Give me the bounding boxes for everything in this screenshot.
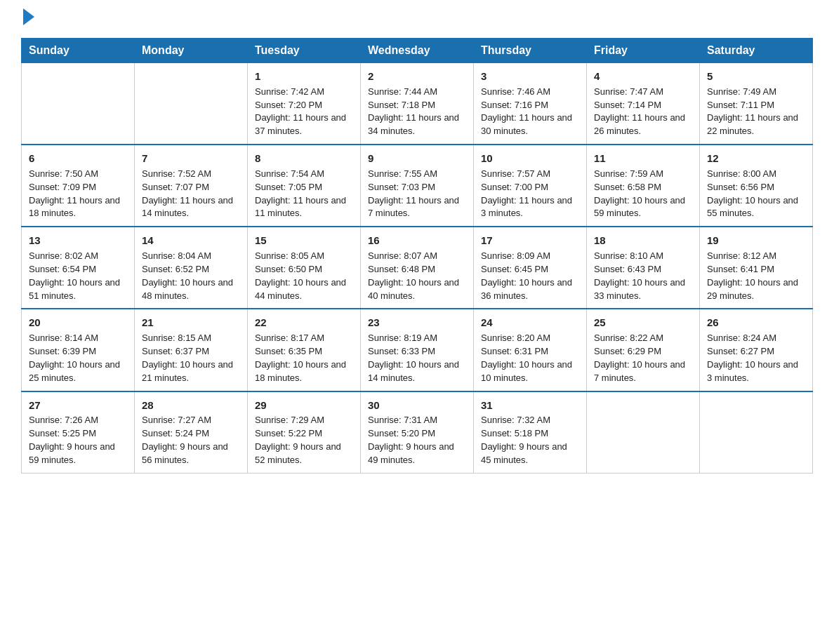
daylight-text: Daylight: 9 hours and 59 minutes. xyxy=(29,441,127,467)
calendar-cell: 20Sunrise: 8:14 AMSunset: 6:39 PMDayligh… xyxy=(22,309,135,391)
sunset-text: Sunset: 5:25 PM xyxy=(29,427,127,441)
day-number: 15 xyxy=(255,233,353,248)
daylight-text: Daylight: 10 hours and 36 minutes. xyxy=(481,276,579,303)
daylight-text: Daylight: 10 hours and 10 minutes. xyxy=(481,358,579,385)
daylight-text: Daylight: 11 hours and 30 minutes. xyxy=(481,112,579,138)
sunrise-text: Sunrise: 8:04 AM xyxy=(142,250,240,263)
calendar-header-sunday: Sunday xyxy=(22,39,135,63)
day-number: 21 xyxy=(142,315,240,330)
page-header xyxy=(21,14,813,25)
sunset-text: Sunset: 6:27 PM xyxy=(707,345,805,358)
sunset-text: Sunset: 5:22 PM xyxy=(255,427,353,441)
sunrise-text: Sunrise: 7:57 AM xyxy=(481,168,579,181)
sunset-text: Sunset: 6:43 PM xyxy=(594,263,692,276)
daylight-text: Daylight: 9 hours and 49 minutes. xyxy=(368,441,466,467)
sunrise-text: Sunrise: 8:09 AM xyxy=(481,250,579,263)
calendar-cell: 23Sunrise: 8:19 AMSunset: 6:33 PMDayligh… xyxy=(361,309,474,391)
calendar-cell: 10Sunrise: 7:57 AMSunset: 7:00 PMDayligh… xyxy=(474,145,587,227)
sunrise-text: Sunrise: 8:22 AM xyxy=(594,332,692,345)
sunset-text: Sunset: 6:37 PM xyxy=(142,345,240,358)
calendar-header-monday: Monday xyxy=(135,39,248,63)
calendar-week-2: 6Sunrise: 7:50 AMSunset: 7:09 PMDaylight… xyxy=(22,145,813,227)
calendar-week-3: 13Sunrise: 8:02 AMSunset: 6:54 PMDayligh… xyxy=(22,227,813,309)
sunset-text: Sunset: 7:05 PM xyxy=(255,181,353,194)
day-number: 11 xyxy=(594,151,692,166)
daylight-text: Daylight: 11 hours and 18 minutes. xyxy=(29,194,127,221)
sunrise-text: Sunrise: 7:52 AM xyxy=(142,168,240,181)
calendar-cell: 19Sunrise: 8:12 AMSunset: 6:41 PMDayligh… xyxy=(700,227,813,309)
calendar-cell xyxy=(22,63,135,145)
sunset-text: Sunset: 6:33 PM xyxy=(368,345,466,358)
daylight-text: Daylight: 10 hours and 55 minutes. xyxy=(707,194,805,221)
day-number: 29 xyxy=(255,398,353,413)
calendar-header-tuesday: Tuesday xyxy=(248,39,361,63)
sunrise-text: Sunrise: 7:46 AM xyxy=(481,86,579,99)
calendar-cell: 31Sunrise: 7:32 AMSunset: 5:18 PMDayligh… xyxy=(474,391,587,474)
sunrise-text: Sunrise: 8:14 AM xyxy=(29,332,127,345)
day-number: 7 xyxy=(142,151,240,166)
calendar-header-friday: Friday xyxy=(587,39,700,63)
daylight-text: Daylight: 11 hours and 14 minutes. xyxy=(142,194,240,221)
calendar-cell: 8Sunrise: 7:54 AMSunset: 7:05 PMDaylight… xyxy=(248,145,361,227)
sunrise-text: Sunrise: 7:47 AM xyxy=(594,86,692,99)
sunrise-text: Sunrise: 7:26 AM xyxy=(29,414,127,427)
daylight-text: Daylight: 11 hours and 3 minutes. xyxy=(481,194,579,221)
calendar-week-5: 27Sunrise: 7:26 AMSunset: 5:25 PMDayligh… xyxy=(22,391,813,474)
sunrise-text: Sunrise: 8:00 AM xyxy=(707,168,805,181)
sunrise-text: Sunrise: 7:42 AM xyxy=(255,86,353,99)
sunrise-text: Sunrise: 7:32 AM xyxy=(481,414,579,427)
sunset-text: Sunset: 6:58 PM xyxy=(594,181,692,194)
day-number: 22 xyxy=(255,315,353,330)
daylight-text: Daylight: 10 hours and 21 minutes. xyxy=(142,358,240,385)
day-number: 18 xyxy=(594,233,692,248)
calendar-cell: 29Sunrise: 7:29 AMSunset: 5:22 PMDayligh… xyxy=(248,391,361,474)
calendar-cell: 16Sunrise: 8:07 AMSunset: 6:48 PMDayligh… xyxy=(361,227,474,309)
calendar-cell: 6Sunrise: 7:50 AMSunset: 7:09 PMDaylight… xyxy=(22,145,135,227)
calendar-cell: 17Sunrise: 8:09 AMSunset: 6:45 PMDayligh… xyxy=(474,227,587,309)
calendar-cell: 21Sunrise: 8:15 AMSunset: 6:37 PMDayligh… xyxy=(135,309,248,391)
day-number: 3 xyxy=(481,69,579,84)
daylight-text: Daylight: 11 hours and 22 minutes. xyxy=(707,112,805,138)
daylight-text: Daylight: 11 hours and 26 minutes. xyxy=(594,112,692,138)
calendar-cell: 12Sunrise: 8:00 AMSunset: 6:56 PMDayligh… xyxy=(700,145,813,227)
day-number: 31 xyxy=(481,398,579,413)
calendar-header-wednesday: Wednesday xyxy=(361,39,474,63)
daylight-text: Daylight: 10 hours and 14 minutes. xyxy=(368,358,466,385)
daylight-text: Daylight: 10 hours and 40 minutes. xyxy=(368,276,466,303)
sunrise-text: Sunrise: 8:19 AM xyxy=(368,332,466,345)
day-number: 4 xyxy=(594,69,692,84)
sunset-text: Sunset: 6:54 PM xyxy=(29,263,127,276)
sunset-text: Sunset: 6:41 PM xyxy=(707,263,805,276)
sunrise-text: Sunrise: 8:20 AM xyxy=(481,332,579,345)
daylight-text: Daylight: 9 hours and 56 minutes. xyxy=(142,441,240,467)
daylight-text: Daylight: 10 hours and 44 minutes. xyxy=(255,276,353,303)
calendar-week-4: 20Sunrise: 8:14 AMSunset: 6:39 PMDayligh… xyxy=(22,309,813,391)
sunrise-text: Sunrise: 8:15 AM xyxy=(142,332,240,345)
sunset-text: Sunset: 7:11 PM xyxy=(707,99,805,112)
sunrise-text: Sunrise: 8:10 AM xyxy=(594,250,692,263)
logo-arrow-icon xyxy=(23,8,34,25)
sunrise-text: Sunrise: 8:05 AM xyxy=(255,250,353,263)
sunset-text: Sunset: 7:09 PM xyxy=(29,181,127,194)
sunset-text: Sunset: 7:07 PM xyxy=(142,181,240,194)
day-number: 17 xyxy=(481,233,579,248)
sunrise-text: Sunrise: 7:54 AM xyxy=(255,168,353,181)
day-number: 20 xyxy=(29,315,127,330)
sunrise-text: Sunrise: 7:49 AM xyxy=(707,86,805,99)
calendar-cell: 9Sunrise: 7:55 AMSunset: 7:03 PMDaylight… xyxy=(361,145,474,227)
daylight-text: Daylight: 10 hours and 51 minutes. xyxy=(29,276,127,303)
calendar-header-row: SundayMondayTuesdayWednesdayThursdayFrid… xyxy=(22,39,813,63)
calendar-cell: 3Sunrise: 7:46 AMSunset: 7:16 PMDaylight… xyxy=(474,63,587,145)
day-number: 16 xyxy=(368,233,466,248)
daylight-text: Daylight: 11 hours and 34 minutes. xyxy=(368,112,466,138)
calendar-cell xyxy=(135,63,248,145)
sunset-text: Sunset: 6:39 PM xyxy=(29,345,127,358)
calendar-cell: 5Sunrise: 7:49 AMSunset: 7:11 PMDaylight… xyxy=(700,63,813,145)
calendar-cell: 13Sunrise: 8:02 AMSunset: 6:54 PMDayligh… xyxy=(22,227,135,309)
sunrise-text: Sunrise: 8:07 AM xyxy=(368,250,466,263)
calendar-cell: 4Sunrise: 7:47 AMSunset: 7:14 PMDaylight… xyxy=(587,63,700,145)
sunset-text: Sunset: 7:16 PM xyxy=(481,99,579,112)
calendar-cell: 24Sunrise: 8:20 AMSunset: 6:31 PMDayligh… xyxy=(474,309,587,391)
day-number: 10 xyxy=(481,151,579,166)
daylight-text: Daylight: 10 hours and 33 minutes. xyxy=(594,276,692,303)
